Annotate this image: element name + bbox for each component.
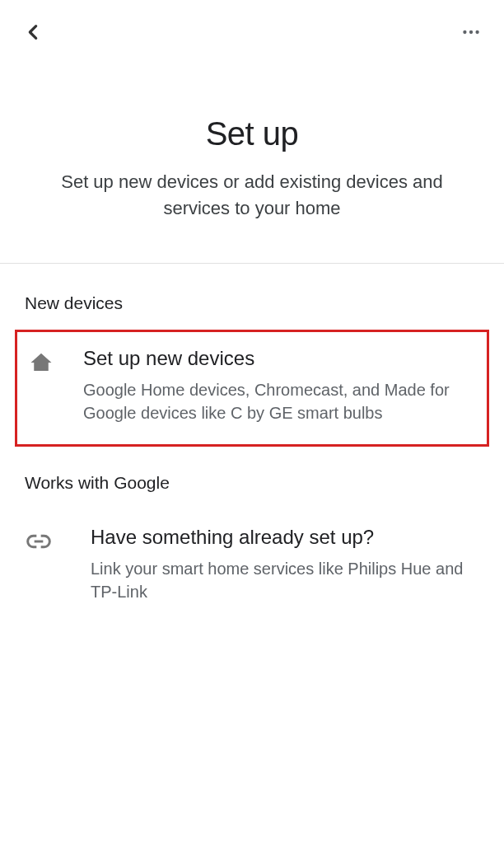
section-label-new-devices: New devices <box>0 264 504 330</box>
link-icon <box>25 527 53 555</box>
list-item-description: Google Home devices, Chromecast, and Mad… <box>83 378 477 424</box>
list-item-title: Set up new devices <box>83 347 477 370</box>
list-item-title: Have something already set up? <box>91 526 479 549</box>
more-horizontal-icon <box>460 21 482 43</box>
page-header: Set up Set up new devices or add existin… <box>0 49 504 263</box>
list-item-description: Link your smart home services like Phili… <box>91 557 479 603</box>
list-item-body: Have something already set up? Link your… <box>91 526 479 603</box>
section-label-works-with-google: Works with Google <box>0 458 504 509</box>
svg-point-0 <box>463 30 466 34</box>
svg-point-1 <box>469 30 473 34</box>
back-button[interactable] <box>20 19 46 45</box>
more-options-button[interactable] <box>458 19 484 45</box>
list-item-setup-new-devices[interactable]: Set up new devices Google Home devices, … <box>15 330 489 447</box>
page-subtitle: Set up new devices or add existing devic… <box>33 169 471 222</box>
page-title: Set up <box>33 115 471 152</box>
list-item-body: Set up new devices Google Home devices, … <box>83 347 477 424</box>
chevron-left-icon <box>24 23 42 41</box>
home-icon <box>27 349 55 377</box>
top-bar <box>0 0 504 49</box>
list-item-works-with-google[interactable]: Have something already set up? Link your… <box>0 509 504 623</box>
svg-point-2 <box>475 30 478 34</box>
